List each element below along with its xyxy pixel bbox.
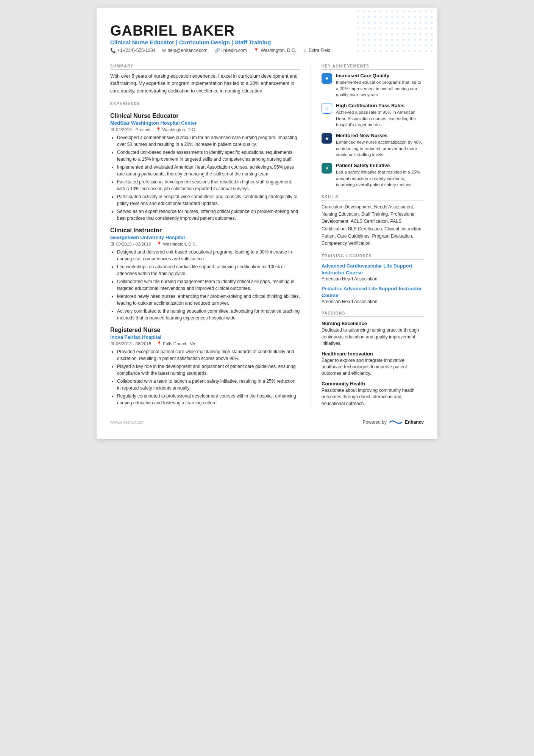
svg-point-22: [403, 16, 404, 18]
svg-point-110: [425, 50, 427, 52]
svg-point-3: [374, 11, 376, 13]
email-address: help@enhancv.com: [167, 48, 207, 53]
job-3-title: Registered Nurse: [110, 327, 300, 333]
job-1-date: 🗓 04/2019 - Present: [110, 127, 150, 132]
star-filled-icon: ★: [322, 133, 332, 144]
list-item: Developed a comprehensive curriculum for…: [117, 134, 300, 148]
passion-2: Healthcare Innovation Eager to explore a…: [322, 351, 424, 377]
svg-point-12: [425, 11, 427, 13]
phone-number: +1-(234)-555-1234: [117, 48, 155, 53]
achievement-1: ♥ Increased Care Quality Implemented edu…: [322, 73, 424, 98]
passion-2-title: Healthcare Innovation: [322, 351, 424, 357]
calendar-icon-3: 🗓: [110, 341, 115, 346]
phone-icon: 📞: [110, 48, 116, 53]
candidate-name: GABRIEL BAKER: [110, 23, 424, 39]
svg-point-16: [368, 16, 370, 18]
svg-point-82: [425, 39, 427, 41]
svg-point-4: [380, 11, 382, 13]
svg-point-24: [414, 16, 416, 18]
job-3-meta: 🗓 06/2012 - 08/2015 📍 Falls Church, VA: [110, 341, 300, 346]
list-item: Mentored newly hired nurses, enhancing t…: [117, 293, 300, 307]
page-footer: www.enhancv.com Powered by Enhancv: [110, 419, 424, 426]
achievement-4-title: Patient Safety Initiative: [336, 163, 424, 168]
svg-point-55: [431, 28, 433, 30]
location-icon-2: 📍: [156, 241, 162, 247]
list-item: Actively contributed to the nursing educ…: [117, 308, 300, 321]
list-item: Designed and delivered unit-based educat…: [117, 249, 300, 262]
job-2-org: Georgetown University Hospital: [110, 235, 300, 240]
achievement-2-title: High Certification Pass Rates: [336, 103, 424, 108]
list-item: Served as an expert resource for nurses,…: [117, 208, 300, 222]
job-1-org: MedStar Washington Hospital Center: [110, 120, 300, 126]
location-icon: 📍: [253, 48, 259, 53]
safety-icon: ✗: [322, 163, 332, 174]
passion-1: Nursing Excellence Dedicated to advancin…: [322, 321, 424, 347]
contact-info: 📞 +1-(234)-555-1234 ✉ help@enhancv.com 🔗…: [110, 48, 424, 53]
svg-point-6: [391, 11, 393, 13]
course-2-title: Pediatric Advanced Life Support Instruct…: [322, 285, 424, 299]
powered-by-label: Powered by: [363, 419, 387, 425]
svg-point-23: [408, 16, 410, 18]
svg-point-5: [386, 11, 387, 13]
course-1-org: American Heart Association: [322, 276, 424, 282]
left-column: SUMMARY With over 5 years of nursing edu…: [110, 64, 300, 407]
calendar-icon-2: 🗓: [110, 242, 115, 246]
location-text: Washington, D.C.: [261, 48, 296, 53]
passion-2-desc: Eager to explore and integrate innovativ…: [322, 357, 424, 377]
job-3-location: 📍 Falls Church, VA: [156, 341, 195, 346]
svg-point-68: [425, 33, 427, 35]
achievement-3-title: Mentored New Nurses: [336, 133, 424, 138]
footer-brand: Powered by Enhancv: [363, 419, 424, 426]
passion-3-title: Community Health: [322, 381, 424, 387]
svg-point-54: [425, 28, 427, 30]
achievement-1-title: Increased Care Quality: [336, 73, 424, 78]
candidate-title: Clinical Nurse Educator | Curriculum Des…: [110, 39, 424, 45]
svg-point-19: [386, 16, 387, 18]
resume-header: GABRIEL BAKER Clinical Nurse Educator | …: [110, 23, 424, 53]
list-item: Conducted unit-based needs assessments t…: [117, 149, 300, 163]
list-item: Played a key role in the development and…: [117, 363, 300, 377]
svg-point-1: [363, 11, 365, 13]
list-item: Collaborated with the nursing management…: [117, 278, 300, 292]
svg-point-69: [431, 33, 433, 35]
course-1-title: Advanced Cardiovascular Life Support Ins…: [322, 263, 424, 276]
passion-3-desc: Passionate about improving community hea…: [322, 387, 424, 407]
svg-point-20: [391, 16, 393, 18]
passion-1-desc: Dedicated to advancing nursing practice …: [322, 327, 424, 347]
achievement-4: ✗ Patient Safety Initiative Led a safety…: [322, 163, 424, 188]
job-3-date: 🗓 06/2012 - 08/2015: [110, 341, 151, 346]
training-label: TRAINING / COURSES: [322, 254, 424, 260]
svg-point-2: [368, 11, 370, 13]
star-outline-icon: ☆: [322, 103, 332, 114]
passion-1-title: Nursing Excellence: [322, 321, 424, 326]
job-1: Clinical Nurse Educator MedStar Washingt…: [110, 113, 300, 222]
svg-point-96: [425, 45, 427, 47]
list-item: Provided exceptional patient care while …: [117, 348, 300, 362]
job-2-date: 🗓 09/2015 - 03/2019: [110, 242, 151, 246]
star-icon: ☆: [303, 48, 307, 53]
achievement-1-desc: Implemented education programs that led …: [336, 79, 424, 98]
brand-name: Enhancv: [405, 419, 424, 425]
linkedin-url: linkedin.com: [222, 48, 247, 53]
list-item: Collaborated with a team to launch a pat…: [117, 378, 300, 391]
achievement-3-content: Mentored New Nurses Enhanced new nurse a…: [336, 133, 424, 158]
course-2: Pediatric Advanced Life Support Instruct…: [322, 285, 424, 304]
svg-point-18: [380, 16, 382, 18]
job-3: Registered Nurse Inova Fairfax Hospital …: [110, 327, 300, 406]
svg-point-83: [431, 39, 433, 41]
summary-text: With over 5 years of nursing education e…: [110, 73, 300, 95]
list-item: Participated actively in hospital-wide c…: [117, 193, 300, 207]
main-columns: SUMMARY With over 5 years of nursing edu…: [110, 64, 424, 407]
extra-label: Extra Field: [309, 48, 330, 53]
job-1-location: 📍 Washington, D.C.: [156, 127, 196, 132]
achievement-4-desc: Led a safety initiative that resulted in…: [336, 169, 424, 188]
experience-label: EXPERIENCE: [110, 102, 300, 107]
job-1-bullets: Developed a comprehensive curriculum for…: [110, 134, 300, 222]
right-column: KEY ACHIEVEMENTS ♥ Increased Care Qualit…: [322, 64, 424, 407]
enhancv-logo-icon: [389, 419, 403, 426]
svg-point-0: [357, 11, 359, 13]
skills-text: Curriculum Development, Needs Assessment…: [322, 203, 424, 247]
achievements-label: KEY ACHIEVEMENTS: [322, 64, 424, 70]
header-divider: [110, 57, 424, 57]
location-icon-1: 📍: [156, 127, 161, 132]
